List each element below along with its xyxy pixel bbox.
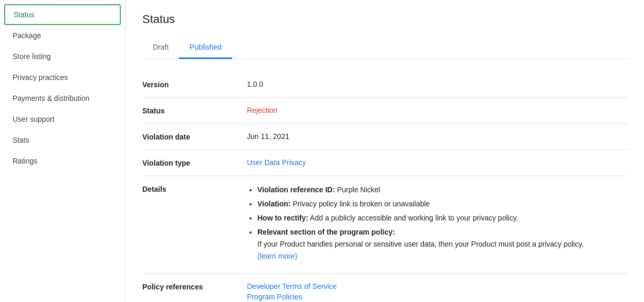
violation-type-label: Violation type xyxy=(142,158,247,167)
detail-rest-2: Add a publicly accessible and working li… xyxy=(308,214,518,222)
detail-item-3: Relevant section of the program policy: … xyxy=(257,227,627,262)
detail-rest-0: Purple Nickel xyxy=(335,185,380,194)
details-row: Details Violation reference ID: Purple N… xyxy=(142,176,627,274)
sidebar-item-store-listing[interactable]: Store listing xyxy=(0,46,121,67)
detail-rest-1: Privacy policy link is broken or unavail… xyxy=(291,200,430,208)
sidebar-item-package[interactable]: Package xyxy=(0,25,121,46)
learn-more-link[interactable]: (learn more) xyxy=(257,252,297,260)
violation-date-value: Jun 11, 2021 xyxy=(247,132,627,141)
detail-bold-3: Relevant section of the program policy: xyxy=(257,228,395,236)
sidebar-item-privacy-practices[interactable]: Privacy practices xyxy=(0,67,121,88)
tabs: Draft Published xyxy=(142,37,627,59)
violation-date-row: Violation date Jun 11, 2021 xyxy=(142,124,627,150)
sidebar-item-stats[interactable]: Stats xyxy=(0,130,121,150)
detail-bold-0: Violation reference ID: xyxy=(257,185,335,194)
status-value: Rejection xyxy=(247,106,627,114)
violation-date-label: Violation date xyxy=(142,132,247,141)
details-label: Details xyxy=(142,184,247,193)
tab-draft[interactable]: Draft xyxy=(142,37,179,59)
details-value: Violation reference ID: Purple Nickel Vi… xyxy=(247,184,627,265)
sidebar-item-ratings[interactable]: Ratings xyxy=(0,150,121,171)
policy-link-0[interactable]: Developer Terms of Service xyxy=(247,282,627,291)
version-value: 1.0.0 xyxy=(247,80,627,88)
detail-extra-3: If your Product handles personal or sens… xyxy=(257,240,584,248)
page-title: Status xyxy=(142,13,627,26)
violation-type-value: User Data Privacy xyxy=(247,158,627,167)
main-content: Status Draft Published Version 1.0.0 Sta… xyxy=(126,0,644,302)
tab-published[interactable]: Published xyxy=(179,37,232,59)
policy-references-value: Developer Terms of Service Program Polic… xyxy=(247,282,627,302)
violation-type-link[interactable]: User Data Privacy xyxy=(247,158,306,167)
status-label: Status xyxy=(142,106,247,115)
policy-links: Developer Terms of Service Program Polic… xyxy=(247,282,627,302)
policy-references-label: Policy references xyxy=(142,282,247,291)
sidebar-item-status[interactable]: Status xyxy=(4,4,121,25)
violation-type-row: Violation type User Data Privacy xyxy=(142,150,627,176)
version-row: Version 1.0.0 xyxy=(142,72,627,98)
detail-item-2: How to rectify: Add a publicly accessibl… xyxy=(257,213,627,224)
detail-item-0: Violation reference ID: Purple Nickel xyxy=(257,184,627,195)
sidebar-item-payments-distribution[interactable]: Payments & distribution xyxy=(0,88,121,109)
sidebar: Status Package Store listing Privacy pra… xyxy=(0,0,126,302)
policy-link-1[interactable]: Program Policies xyxy=(247,293,627,301)
version-label: Version xyxy=(142,80,247,89)
details-list: Violation reference ID: Purple Nickel Vi… xyxy=(247,184,627,262)
detail-item-1: Violation: Privacy policy link is broken… xyxy=(257,199,627,210)
content-area: Version 1.0.0 Status Rejection Violation… xyxy=(142,59,627,302)
status-row: Status Rejection xyxy=(142,98,627,124)
detail-bold-1: Violation: xyxy=(257,200,291,208)
detail-bold-2: How to rectify: xyxy=(257,214,308,222)
sidebar-item-user-support[interactable]: User support xyxy=(0,109,121,130)
policy-references-row: Policy references Developer Terms of Ser… xyxy=(142,274,627,302)
